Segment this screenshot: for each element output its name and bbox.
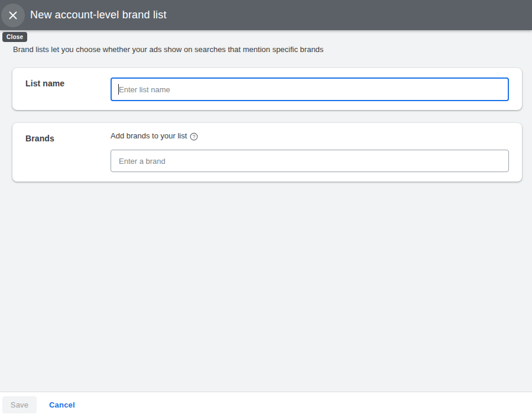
- close-button[interactable]: [1, 4, 25, 27]
- action-bar: Save Cancel: [0, 392, 532, 417]
- list-name-card: List name: [12, 68, 522, 110]
- brands-label: Brands: [12, 123, 111, 182]
- help-icon[interactable]: ?: [190, 132, 198, 141]
- svg-text:?: ?: [193, 134, 196, 140]
- close-tooltip: Close: [2, 32, 27, 42]
- brand-input[interactable]: [111, 150, 509, 172]
- page-title: New account-level brand list: [30, 9, 167, 21]
- cancel-button[interactable]: Cancel: [48, 397, 76, 413]
- list-name-input[interactable]: [111, 77, 509, 101]
- intro-description: Brand lists let you choose whether your …: [13, 30, 532, 54]
- close-icon: [8, 11, 18, 20]
- brands-card: Brands Add brands to your list ?: [12, 123, 522, 182]
- list-name-label: List name: [12, 68, 111, 110]
- text-caret: [118, 84, 119, 95]
- list-name-input-wrap: [111, 77, 509, 101]
- dialog-body: Brand lists let you choose whether your …: [0, 30, 532, 392]
- dialog-header: New account-level brand list Close: [0, 0, 532, 30]
- add-brands-field-label: Add brands to your list: [111, 131, 187, 141]
- brand-input-wrap: [111, 141, 509, 172]
- save-button[interactable]: Save: [2, 396, 37, 413]
